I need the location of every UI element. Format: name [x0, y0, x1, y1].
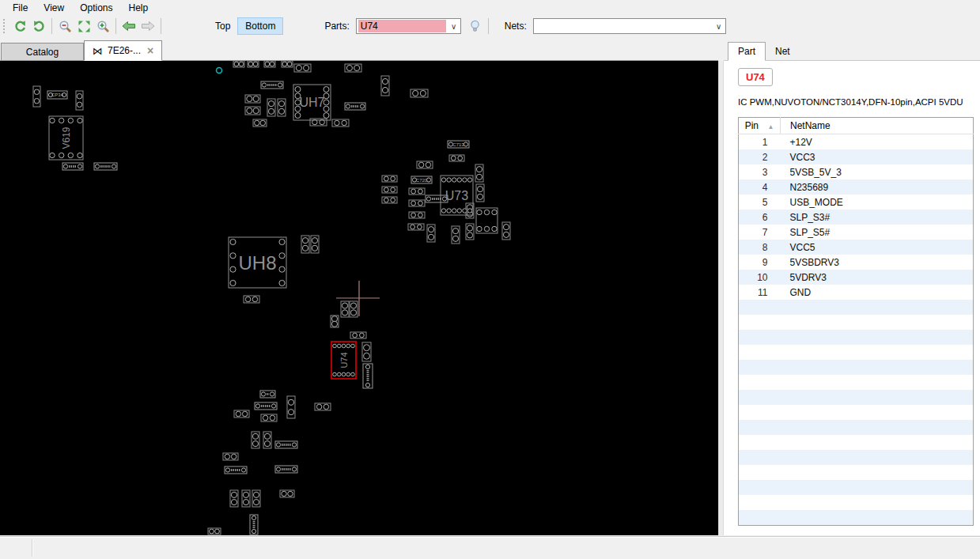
column-header-pin[interactable]: Pin ▲	[739, 118, 781, 134]
table-row[interactable]: 4N235689	[739, 179, 974, 195]
tab-board[interactable]: ⋈ 7E26-... ×	[84, 40, 162, 61]
table-row[interactable]	[739, 405, 974, 420]
pin-cell	[739, 450, 781, 465]
pin-cell	[739, 300, 781, 315]
netname-cell	[781, 315, 974, 330]
top-button[interactable]: Top	[208, 17, 237, 35]
parts-combobox[interactable]: U74 ∨	[356, 18, 461, 34]
menu-options[interactable]: Options	[72, 2, 120, 14]
tab-catalog[interactable]: Catalog	[1, 43, 84, 60]
svg-text:C720: C720	[416, 178, 428, 183]
pin-cell	[739, 435, 781, 450]
netname-cell	[781, 390, 974, 405]
netname-cell: 5VSB_5V_3	[781, 164, 974, 179]
chevron-down-icon[interactable]: ∨	[713, 22, 725, 31]
table-row[interactable]	[739, 480, 974, 495]
part-details: U74 IC PWM,NUVOTON/NCT3014Y,DFN-10pin,AC…	[724, 61, 980, 535]
nets-label: Nets:	[505, 21, 527, 32]
toolbar-separator	[51, 18, 52, 34]
bulb-icon[interactable]	[466, 17, 485, 36]
table-row[interactable]: 8VCC5	[739, 240, 974, 255]
pin-cell: 10	[739, 270, 781, 285]
panel-splitter[interactable]	[718, 61, 724, 535]
parts-selected-value: U74	[358, 20, 446, 32]
pin-cell: 5	[739, 195, 781, 210]
table-row[interactable]: 95VSBDRV3	[739, 255, 974, 270]
table-row[interactable]	[739, 450, 974, 465]
chevron-down-icon[interactable]: ∨	[448, 22, 460, 31]
pin-cell	[739, 360, 781, 375]
netname-cell: SLP_S5#	[781, 225, 974, 240]
netname-cell	[781, 360, 974, 375]
table-row[interactable]	[739, 375, 974, 390]
rotate-right-icon[interactable]	[29, 17, 48, 36]
back-arrow-icon[interactable]	[119, 17, 138, 36]
nets-selected-value	[535, 20, 711, 32]
sort-ascending-icon: ▲	[767, 123, 774, 130]
table-row[interactable]: 7SLP_S5#	[739, 225, 974, 240]
netname-cell	[781, 480, 974, 495]
table-row[interactable]: 2VCC3	[739, 149, 974, 164]
parts-label: Parts:	[324, 21, 349, 32]
menu-help[interactable]: Help	[121, 2, 157, 14]
table-row[interactable]: 6SLP_S3#	[739, 210, 974, 225]
svg-text:UH7: UH7	[299, 96, 324, 109]
tab-net[interactable]: Net	[766, 43, 800, 60]
table-row[interactable]	[739, 435, 974, 450]
svg-text:V619: V619	[61, 127, 72, 149]
netname-cell: VCC5	[781, 240, 974, 255]
netname-cell	[781, 345, 974, 360]
inspector-panel: Part Net U74 IC PWM,NUVOTON/NCT3014Y,DFN…	[724, 37, 980, 535]
zoom-in-icon[interactable]	[93, 17, 112, 36]
table-row[interactable]	[739, 315, 974, 330]
pin-cell	[739, 315, 781, 330]
netname-cell	[781, 450, 974, 465]
table-row[interactable]	[739, 330, 974, 345]
pin-cell	[739, 420, 781, 435]
menu-view[interactable]: View	[36, 2, 72, 14]
rotate-left-icon[interactable]	[10, 17, 29, 36]
table-row[interactable]	[739, 495, 974, 510]
table-row[interactable]	[739, 465, 974, 480]
table-row[interactable]	[739, 390, 974, 405]
table-row[interactable]: 11GND	[739, 285, 974, 300]
menu-bar: File View Options Help	[0, 0, 980, 15]
netname-cell	[781, 405, 974, 420]
table-row[interactable]	[739, 510, 974, 526]
table-row[interactable]: 5USB_MODE	[739, 195, 974, 210]
inspector-tabs: Part Net	[724, 37, 980, 61]
netname-cell: GND	[781, 285, 974, 300]
part-ref-badge[interactable]: U74	[738, 68, 773, 86]
column-header-netname[interactable]: NetName	[781, 118, 974, 134]
netname-cell: +12V	[781, 134, 974, 150]
menu-file[interactable]: File	[5, 2, 36, 14]
pcb-canvas[interactable]: CP34C713C720UH7V619U73UH8U74	[0, 61, 718, 535]
close-icon[interactable]: ×	[147, 46, 153, 55]
table-row[interactable]	[739, 345, 974, 360]
forward-arrow-icon[interactable]	[138, 17, 157, 36]
part-description: IC PWM,NUVOTON/NCT3014Y,DFN-10pin,ACPI 5…	[738, 97, 969, 107]
table-row[interactable]: 35VSB_5V_3	[739, 164, 974, 179]
table-row[interactable]	[739, 360, 974, 375]
netname-cell: 5VDRV3	[781, 270, 974, 285]
svg-text:UH8: UH8	[238, 252, 276, 274]
table-row[interactable]: 105VDRV3	[739, 270, 974, 285]
netname-cell	[781, 465, 974, 480]
pin-cell	[739, 390, 781, 405]
svg-text:C713: C713	[452, 142, 464, 147]
table-row[interactable]	[739, 420, 974, 435]
tab-part[interactable]: Part	[728, 42, 766, 61]
netname-cell: 5VSBDRV3	[781, 255, 974, 270]
pin-cell: 7	[739, 225, 781, 240]
nets-combobox[interactable]: ∨	[533, 18, 726, 34]
zoom-fit-icon[interactable]	[74, 17, 93, 36]
zoom-out-icon[interactable]	[55, 17, 74, 36]
netname-cell: N235689	[781, 179, 974, 195]
pin-cell	[739, 330, 781, 345]
tab-catalog-label: Catalog	[26, 47, 59, 58]
bottom-button[interactable]: Bottom	[237, 17, 283, 35]
table-row[interactable]	[739, 300, 974, 315]
netname-cell	[781, 435, 974, 450]
table-row[interactable]: 1+12V	[739, 134, 974, 150]
toolbar-grip[interactable]	[3, 19, 7, 33]
